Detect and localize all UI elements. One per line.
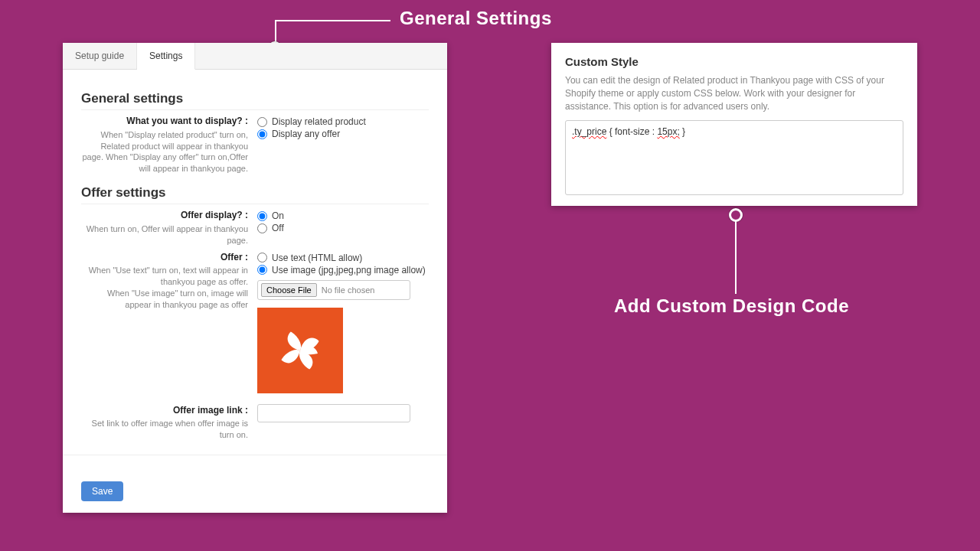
radio-input[interactable] [257, 129, 267, 139]
radio-display-any[interactable]: Display any offer [257, 129, 429, 139]
offer-image-preview [257, 308, 343, 393]
radio-use-text[interactable]: Use text (HTML allow) [257, 253, 429, 263]
settings-panel: Setup guide Settings General settings Wh… [63, 43, 447, 513]
offer-settings-heading: Offer settings [81, 185, 429, 204]
tab-setup-guide[interactable]: Setup guide [63, 43, 137, 69]
annotation-general-settings: General Settings [400, 8, 552, 29]
help-offer-image-link: Set link to offer image when offer image… [81, 418, 248, 441]
field-offer: Offer : When "Use text" turn on, text wi… [81, 251, 429, 393]
custom-css-textarea[interactable]: .ty_price { font-size : 15px; } [565, 120, 903, 195]
radio-input[interactable] [257, 117, 267, 127]
radio-input[interactable] [257, 253, 267, 262]
radio-display-related[interactable]: Display related product [257, 116, 429, 127]
label-offer: Offer : [81, 251, 248, 264]
field-offer-image-link: Offer image link : Set link to offer ima… [81, 404, 429, 441]
radio-label: Use text (HTML allow) [272, 253, 362, 263]
choose-file-button[interactable]: Choose File [261, 283, 317, 297]
flower-icon [269, 319, 332, 382]
field-what-to-display: What you want to display? : When "Displa… [81, 115, 429, 174]
general-settings-heading: General settings [81, 91, 429, 110]
radio-offer-on[interactable]: On [257, 210, 429, 221]
annotation-custom-design-code: Add Custom Design Code [614, 295, 849, 317]
custom-style-desc: You can edit the design of Related produ… [565, 74, 903, 112]
radio-offer-off[interactable]: Off [257, 223, 429, 233]
file-placeholder: No file chosen [322, 285, 375, 295]
label-offer-display: Offer display? : [81, 209, 248, 222]
radio-label: On [272, 210, 284, 221]
tabs: Setup guide Settings [63, 43, 447, 70]
radio-label: Use image (jpg,jpeg,png image allow) [272, 265, 426, 276]
file-chooser[interactable]: Choose File No file chosen [257, 280, 410, 300]
help-offer-display: When turn on, Offer will appear in thank… [81, 223, 248, 246]
radio-use-image[interactable]: Use image (jpg,jpeg,png image allow) [257, 265, 429, 276]
help-what-to-display: When "Display related product" turn on, … [81, 129, 248, 174]
label-what-to-display: What you want to display? : [81, 115, 248, 128]
save-button[interactable]: Save [81, 481, 123, 501]
annotation-line [735, 220, 737, 294]
help-offer: When "Use text" turn on, text will appea… [81, 265, 248, 310]
annotation-line [276, 20, 390, 21]
field-offer-display: Offer display? : When turn on, Offer wil… [81, 209, 429, 246]
offer-image-link-input[interactable] [257, 404, 410, 422]
label-offer-image-link: Offer image link : [81, 404, 248, 417]
custom-style-panel: Custom Style You can edit the design of … [551, 43, 917, 206]
custom-style-title: Custom Style [565, 55, 903, 68]
radio-input[interactable] [257, 223, 267, 233]
radio-label: Display related product [272, 116, 366, 127]
radio-input[interactable] [257, 211, 267, 221]
radio-input[interactable] [257, 265, 267, 275]
tab-settings[interactable]: Settings [137, 43, 195, 70]
radio-label: Display any offer [272, 129, 340, 139]
radio-label: Off [272, 223, 284, 233]
